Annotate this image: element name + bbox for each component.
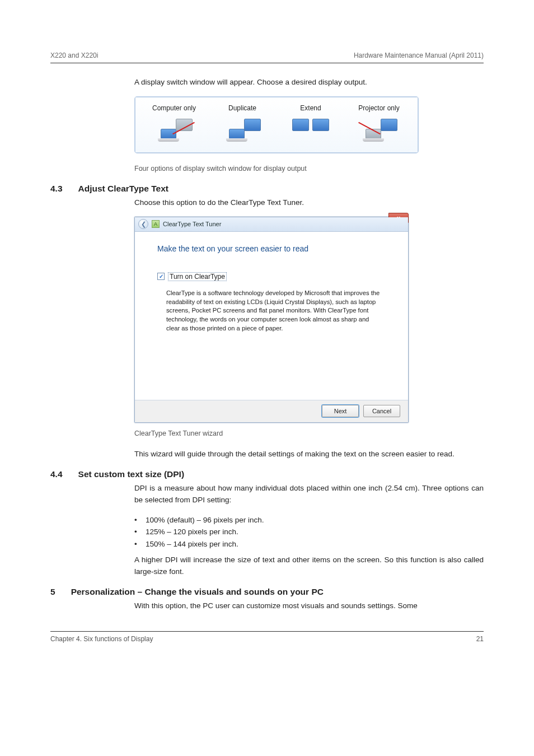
wizard-title-text: ClearType Text Tuner [163, 221, 221, 227]
display-switch-figure: Computer only Duplicate Extend [134, 96, 419, 153]
header-left: X220 and X220i [50, 52, 98, 59]
back-icon[interactable]: ❮ [138, 219, 148, 229]
option-duplicate[interactable]: Duplicate [209, 104, 276, 144]
turn-on-cleartype-checkbox[interactable]: ✓ [157, 273, 165, 280]
list-item: 100% (default) – 96 pixels per inch. [146, 514, 264, 526]
section-5-body: With this option, the PC user can custom… [134, 600, 484, 612]
section-4-3-heading: 4.3 Adjust ClearType Text [50, 184, 484, 194]
turn-on-cleartype-label[interactable]: Turn on ClearType [168, 272, 227, 281]
dpi-options-list: •100% (default) – 96 pixels per inch. •1… [134, 514, 484, 550]
intro-paragraph: A display switch window will appear. Cho… [134, 77, 484, 88]
wizard-titlebar: ❮ A ClearType Text Tuner [135, 217, 408, 232]
cleartype-wizard-figure: x ❮ A ClearType Text Tuner Make the text… [134, 217, 409, 423]
option-label: Duplicate [209, 104, 276, 112]
list-item: 125% – 120 pixels per inch. [146, 526, 238, 538]
footer: Chapter 4. Six functions of Display 21 [50, 631, 484, 643]
option-label: Computer only [140, 104, 208, 112]
option-label: Projector only [345, 104, 413, 112]
footer-page-number: 21 [476, 635, 484, 643]
wizard-footer: Next Cancel [135, 400, 408, 422]
cleartype-description: ClearType is a software technology devel… [157, 289, 381, 333]
section-4-4-body: DPI is a measure about how many individu… [134, 483, 484, 506]
next-button[interactable]: Next [322, 405, 359, 417]
section-5-heading: 5 Personalization – Change the visuals a… [50, 587, 484, 597]
header-right: Hardware Maintenance Manual (April 2011) [354, 52, 484, 59]
option-extend[interactable]: Extend [277, 104, 344, 144]
option-projector-only[interactable]: Projector only [345, 104, 413, 144]
section-4-3-body2: This wizard will guide through the detai… [134, 449, 484, 460]
cancel-button[interactable]: Cancel [363, 405, 400, 417]
option-label: Extend [277, 104, 344, 112]
figure-caption-2: ClearType Text Tuner wizard [134, 430, 484, 437]
figure-caption-1: Four options of display switch window fo… [134, 165, 484, 172]
wizard-heading: Make the text on your screen easier to r… [157, 244, 386, 253]
footer-left: Chapter 4. Six functions of Display [50, 635, 153, 643]
cleartype-app-icon: A [152, 220, 160, 228]
header-divider [50, 63, 484, 63]
section-4-3-body: Choose this option to do the ClearType T… [134, 197, 484, 209]
section-4-4-heading: 4.4 Set custom text size (DPI) [50, 469, 484, 479]
list-item: 150% – 144 pixels per inch. [146, 538, 238, 550]
option-computer-only[interactable]: Computer only [140, 104, 208, 144]
section-4-4-body2: A higher DPI will increase the size of t… [134, 554, 484, 578]
